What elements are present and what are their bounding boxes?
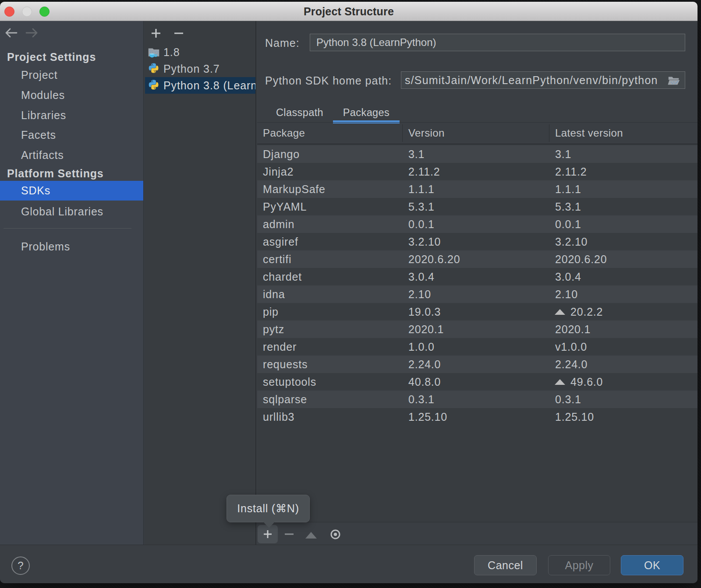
table-empty-area [257, 426, 697, 522]
tab-classpath[interactable]: Classpath [266, 102, 333, 123]
latest-version-cell: 3.2.10 [549, 236, 697, 248]
table-row[interactable]: Django 3.1 3.1 [257, 145, 697, 163]
table-row[interactable]: setuptools 40.8.0 49.6.0 [257, 373, 697, 391]
browse-folder-icon[interactable] [667, 74, 680, 87]
table-row[interactable]: asgiref 3.2.10 3.2.10 [257, 233, 697, 250]
header-separator [402, 124, 403, 142]
version-cell: 2.24.0 [402, 358, 549, 371]
settings-sidebar: Project Settings Project Modules Librari… [0, 21, 144, 545]
latest-version-cell: 20.2.2 [549, 306, 697, 318]
sidebar-separator [4, 228, 131, 229]
name-input[interactable]: Python 3.8 (LearnPython) [310, 34, 685, 51]
sidebar-item-libraries[interactable]: Libraries [0, 106, 143, 124]
column-header-package[interactable]: Package [257, 127, 402, 139]
version-cell: 2.11.2 [402, 165, 549, 178]
latest-version-cell: 2020.1 [549, 323, 697, 336]
project-structure-dialog: Project Structure Project Settings Proje… [0, 2, 697, 583]
latest-version-cell: 3.1 [549, 148, 697, 161]
package-cell: setuptools [257, 376, 402, 388]
table-row[interactable]: pytz 2020.1 2020.1 [257, 320, 697, 338]
package-cell: MarkupSafe [257, 183, 402, 196]
python-icon [148, 80, 159, 92]
sidebar-group-project-settings: Project Settings [0, 48, 143, 66]
sidebar-item-artifacts[interactable]: Artifacts [0, 146, 143, 164]
sidebar-item-facets[interactable]: Facets [0, 126, 143, 144]
latest-version-cell: 2.11.2 [549, 165, 697, 178]
upgrade-package-button[interactable] [305, 532, 317, 539]
column-header-version[interactable]: Version [402, 127, 549, 139]
upgrade-available-icon [555, 309, 565, 315]
sdk-list-item-jdk-18[interactable]: 1.8 [145, 44, 255, 60]
package-cell: pytz [257, 323, 402, 336]
package-cell: idna [257, 288, 402, 301]
show-early-releases-button[interactable] [329, 528, 341, 540]
table-header: Package Version Latest version [257, 123, 697, 144]
version-cell: 3.2.10 [402, 236, 549, 248]
help-button[interactable]: ? [11, 556, 30, 575]
latest-version-cell: 2.10 [549, 288, 697, 301]
column-header-latest-version[interactable]: Latest version [549, 127, 697, 139]
ok-button[interactable]: OK [621, 555, 683, 575]
uninstall-package-button[interactable] [284, 530, 294, 538]
latest-version-cell: 1.1.1 [549, 183, 697, 196]
upgrade-available-icon [555, 379, 565, 385]
package-cell: PyYAML [257, 201, 402, 213]
sdk-list-item-python-37[interactable]: Python 3.7 [145, 60, 255, 77]
table-row[interactable]: sqlparse 0.3.1 0.3.1 [257, 391, 697, 408]
latest-version-cell: 2020.6.20 [549, 253, 697, 266]
titlebar: Project Structure [0, 2, 697, 21]
table-row[interactable]: admin 0.0.1 0.0.1 [257, 215, 697, 233]
package-cell: render [257, 341, 402, 353]
version-cell: 1.25.10 [402, 411, 549, 423]
latest-version-cell: 0.0.1 [549, 218, 697, 231]
tab-bar: Classpath Packages [266, 102, 400, 123]
version-cell: 2020.6.20 [402, 253, 549, 266]
table-row[interactable]: pip 19.0.3 20.2.2 [257, 303, 697, 320]
table-row[interactable]: render 1.0.0 v1.0.0 [257, 338, 697, 356]
header-separator [549, 124, 549, 142]
latest-version-cell: 0.3.1 [549, 393, 697, 406]
table-row[interactable]: chardet 3.0.4 3.0.4 [257, 268, 697, 285]
latest-version-cell: 3.0.4 [549, 271, 697, 283]
version-cell: 19.0.3 [402, 306, 549, 318]
remove-sdk-button[interactable] [173, 28, 184, 39]
sidebar-item-modules[interactable]: Modules [0, 86, 143, 104]
python-icon [148, 63, 159, 75]
table-row[interactable]: PyYAML 5.3.1 5.3.1 [257, 198, 697, 215]
package-cell: chardet [257, 271, 402, 283]
apply-button[interactable]: Apply [548, 555, 610, 575]
add-sdk-button[interactable] [150, 28, 162, 39]
package-cell: admin [257, 218, 402, 231]
table-row[interactable]: MarkupSafe 1.1.1 1.1.1 [257, 180, 697, 198]
table-row[interactable]: certifi 2020.6.20 2020.6.20 [257, 250, 697, 268]
forward-arrow-icon[interactable] [25, 27, 39, 39]
sidebar-item-global-libraries[interactable]: Global Libraries [0, 203, 143, 220]
packages-toolbar [257, 522, 697, 545]
version-cell: 2020.1 [402, 323, 549, 336]
table-row[interactable]: idna 2.10 2.10 [257, 285, 697, 303]
sdk-list-panel: 1.8 Python 3.7 Python 3. [145, 21, 256, 545]
back-arrow-icon[interactable] [4, 27, 18, 39]
latest-version-cell: 5.3.1 [549, 201, 697, 213]
sidebar-item-project[interactable]: Project [0, 66, 143, 84]
cancel-button[interactable]: Cancel [474, 555, 537, 575]
table-row[interactable]: requests 2.24.0 2.24.0 [257, 356, 697, 373]
version-cell: 0.0.1 [402, 218, 549, 231]
sdk-home-path-label: Python SDK home path: [265, 74, 392, 87]
table-row[interactable]: Jinja2 2.11.2 2.11.2 [257, 163, 697, 180]
sidebar-item-problems[interactable]: Problems [0, 238, 143, 255]
version-cell: 2.10 [402, 288, 549, 301]
sdk-home-path-input[interactable]: s/SumitJain/Work/LearnPython/venv/bin/py… [401, 71, 685, 89]
tab-packages[interactable]: Packages [333, 102, 400, 123]
minus-icon [284, 530, 294, 538]
sdk-list-item-python-38[interactable]: Python 3.8 (LearnPython) [145, 77, 255, 94]
package-cell: Jinja2 [257, 165, 402, 178]
name-label: Name: [265, 37, 300, 49]
version-cell: 3.1 [402, 148, 549, 161]
eye-icon [329, 528, 341, 540]
sidebar-group-platform-settings: Platform Settings [0, 165, 143, 182]
dialog-footer: ? Cancel Apply OK [0, 545, 697, 583]
table-row[interactable]: urllib3 1.25.10 1.25.10 [257, 408, 697, 426]
latest-version-cell: 2.24.0 [549, 358, 697, 371]
sidebar-item-sdks[interactable]: SDKs [0, 181, 143, 201]
